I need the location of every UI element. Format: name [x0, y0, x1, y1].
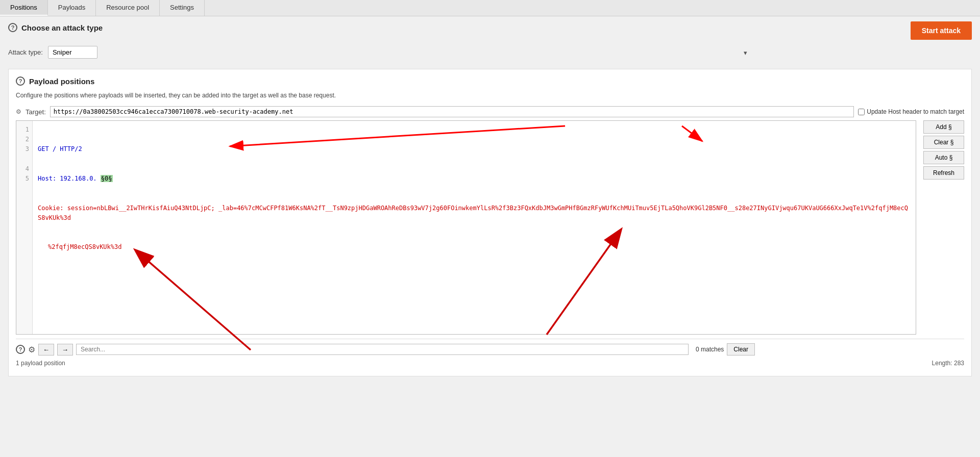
tab-positions[interactable]: Positions: [0, 0, 48, 16]
auto-button[interactable]: Auto §: [923, 151, 964, 164]
attack-type-label: Attack type:: [8, 48, 43, 56]
tabs-bar: Positions Payloads Resource pool Setting…: [0, 0, 980, 16]
help-icon-attack[interactable]: ?: [8, 23, 17, 32]
payload-count: 1 payload position: [16, 360, 65, 367]
header-row: ? Choose an attack type Start attack: [8, 21, 972, 40]
attack-type-row: Attack type: Sniper Battering ram Pitchf…: [8, 46, 972, 59]
editor-area: 1 2 3 4 5 GET / HTTP/2 Host: 192.168.0. …: [16, 120, 964, 335]
settings-gear-icon[interactable]: ⚙: [28, 345, 35, 354]
bottom-help-icon[interactable]: ?: [16, 345, 25, 354]
length-info: Length: 283: [932, 360, 964, 367]
refresh-button[interactable]: Refresh: [923, 166, 964, 180]
attack-type-heading: ? Choose an attack type: [8, 23, 103, 32]
code-line-2: Host: 192.168.0. §0§: [38, 174, 911, 184]
footer: 1 payload position Length: 283: [16, 358, 964, 369]
tab-payloads[interactable]: Payloads: [48, 0, 96, 16]
payload-positions-heading: Payload positions: [29, 77, 94, 86]
code-content[interactable]: GET / HTTP/2 Host: 192.168.0. §0§ Cookie…: [33, 121, 916, 334]
clear-section-button[interactable]: Clear §: [923, 136, 964, 149]
add-button[interactable]: Add §: [923, 120, 964, 134]
target-input[interactable]: [50, 106, 854, 117]
editor-wrapper: 1 2 3 4 5 GET / HTTP/2 Host: 192.168.0. …: [16, 120, 916, 335]
side-buttons: Add § Clear § Auto § Refresh: [920, 120, 964, 335]
payload-positions-section: ? Payload positions Configure the positi…: [8, 69, 972, 376]
code-line-wrap: %2fqfjM8ecQS8vKUk%3d: [38, 242, 911, 252]
code-line-5: [38, 301, 911, 311]
main-content: ? Choose an attack type Start attack Att…: [0, 16, 980, 382]
update-host-label: Update Host header to match target: [858, 108, 964, 115]
line-numbers: 1 2 3 4 5: [16, 121, 33, 334]
help-icon-payload[interactable]: ?: [16, 77, 25, 86]
code-line-4: [38, 272, 911, 282]
code-line-3: Cookie: session=nbLBwi__2IwTHrKisfAiuQ43…: [38, 204, 911, 223]
update-host-checkbox[interactable]: [858, 109, 865, 115]
target-row: ⚙ Target: Update Host header to match ta…: [16, 106, 964, 117]
attack-type-title: Choose an attack type: [21, 23, 103, 32]
search-input[interactable]: [76, 344, 689, 355]
matches-count: 0 matches: [696, 346, 724, 353]
payload-positions-title: ? Payload positions: [16, 77, 964, 86]
tab-resource-pool[interactable]: Resource pool: [96, 0, 160, 16]
target-icon: ⚙: [16, 108, 21, 115]
prev-nav-button[interactable]: ←: [38, 344, 54, 356]
payload-positions-desc: Configure the positions where payloads w…: [16, 92, 964, 99]
attack-type-select[interactable]: Sniper Battering ram Pitchfork Cluster b…: [48, 46, 97, 59]
start-attack-button[interactable]: Start attack: [911, 21, 972, 40]
target-label: Target:: [26, 108, 46, 116]
code-line-1: GET / HTTP/2: [38, 144, 911, 154]
attack-type-select-wrapper: Sniper Battering ram Pitchfork Cluster b…: [48, 46, 752, 59]
tab-settings[interactable]: Settings: [160, 0, 205, 16]
clear-search-button[interactable]: Clear: [727, 343, 755, 356]
code-editor[interactable]: 1 2 3 4 5 GET / HTTP/2 Host: 192.168.0. …: [16, 120, 916, 335]
bottom-bar: ? ⚙ ← → 0 matches Clear: [16, 339, 964, 358]
next-nav-button[interactable]: →: [57, 344, 73, 356]
